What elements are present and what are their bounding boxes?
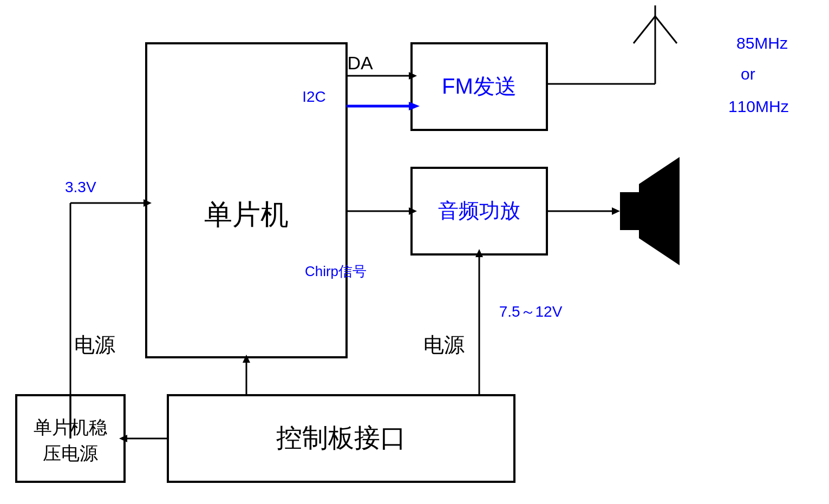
freq-110mhz: 110MHz	[728, 97, 789, 115]
amp-to-speaker-arrow	[612, 207, 620, 215]
speaker-cone	[639, 157, 680, 265]
mcu-label: 单片机	[204, 199, 289, 230]
freq-or: or	[741, 65, 755, 83]
fm-label: FM发送	[442, 74, 517, 98]
freq-85mhz: 85MHz	[736, 34, 788, 52]
antenna-left	[634, 16, 655, 43]
speaker-body	[620, 192, 639, 230]
antenna-right	[655, 16, 677, 43]
mcu-power-label-line2: 压电源	[43, 443, 98, 463]
chirp-label: Chirp信号	[305, 263, 367, 279]
voltage-33v: 3.3V	[65, 179, 96, 195]
power-label-right: 电源	[423, 333, 465, 356]
i2c-label: I2C	[302, 88, 326, 105]
voltage-power: 7.5～12V	[499, 303, 563, 320]
power-label-left: 电源	[74, 333, 115, 356]
control-board-label: 控制板接口	[276, 423, 406, 452]
audio-amp-label: 音频功放	[438, 199, 520, 222]
diagram-container: 单片机 FM发送 音频功放 控制板接口 单片机稳 压电源 DA I2C Chir…	[0, 0, 829, 504]
da-label: DA	[347, 53, 373, 73]
